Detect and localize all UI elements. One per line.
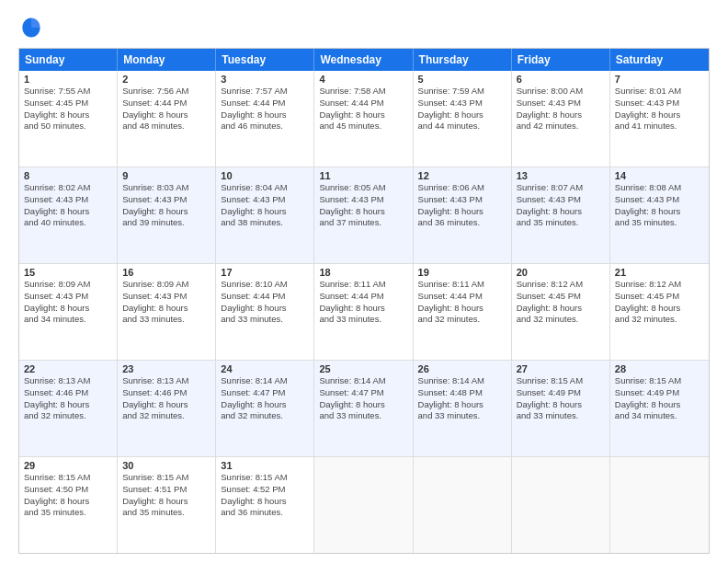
calendar-cell: 10Sunrise: 8:04 AMSunset: 4:43 PMDayligh… — [216, 167, 314, 263]
cell-info-line: Sunrise: 8:06 AM — [418, 182, 506, 194]
day-number: 14 — [615, 170, 704, 181]
cell-info-line: Daylight: 8 hours — [24, 109, 112, 121]
calendar-cell: 30Sunrise: 8:15 AMSunset: 4:51 PMDayligh… — [118, 457, 216, 553]
cell-info-line: Sunset: 4:43 PM — [418, 98, 506, 109]
cell-info-line: Sunrise: 8:15 AM — [615, 375, 704, 387]
day-number: 4 — [319, 74, 407, 85]
calendar: SundayMondayTuesdayWednesdayThursdayFrid… — [18, 48, 710, 554]
calendar-cell: 24Sunrise: 8:14 AMSunset: 4:47 PMDayligh… — [216, 361, 314, 456]
cell-info-line: Sunset: 4:43 PM — [122, 291, 210, 303]
cell-info-line: and 50 minutes. — [24, 121, 112, 132]
cell-info-line: and 32 minutes. — [122, 410, 210, 422]
cell-info-line: Sunset: 4:43 PM — [615, 98, 704, 109]
cell-info-line: Sunrise: 8:08 AM — [615, 182, 704, 194]
cell-info-line: and 33 minutes. — [418, 410, 506, 422]
cell-info-line: and 34 minutes. — [615, 410, 704, 422]
cell-info-line: and 42 minutes. — [517, 121, 605, 132]
cell-info-line: Daylight: 8 hours — [122, 303, 210, 315]
cell-info-line: Sunset: 4:45 PM — [615, 291, 704, 303]
cell-info-line: Sunrise: 8:15 AM — [221, 472, 309, 484]
cell-info-line: Sunrise: 8:11 AM — [418, 279, 506, 291]
cell-info-line: Daylight: 8 hours — [517, 399, 605, 411]
calendar-cell: 20Sunrise: 8:12 AMSunset: 4:45 PMDayligh… — [512, 264, 610, 360]
cell-info-line: Sunset: 4:47 PM — [221, 387, 309, 399]
calendar-cell: 22Sunrise: 8:13 AMSunset: 4:46 PMDayligh… — [19, 361, 118, 456]
day-number: 23 — [122, 363, 210, 374]
day-number: 16 — [122, 267, 210, 278]
cell-info-line: Sunrise: 8:05 AM — [319, 182, 407, 194]
day-number: 6 — [517, 74, 605, 85]
calendar-cell: 21Sunrise: 8:12 AMSunset: 4:45 PMDayligh… — [610, 264, 709, 360]
cell-info-line: Daylight: 8 hours — [221, 303, 309, 315]
day-number: 13 — [517, 170, 605, 181]
calendar-cell: 15Sunrise: 8:09 AMSunset: 4:43 PMDayligh… — [19, 264, 118, 360]
cell-info-line: Daylight: 8 hours — [615, 206, 704, 218]
day-number: 18 — [319, 267, 407, 278]
cell-info-line: and 44 minutes. — [418, 121, 506, 132]
cell-info-line: and 34 minutes. — [24, 314, 112, 326]
cell-info-line: Sunrise: 8:09 AM — [122, 279, 210, 291]
cell-info-line: Sunset: 4:45 PM — [517, 291, 605, 303]
cell-info-line: Sunset: 4:44 PM — [319, 291, 407, 303]
cell-info-line: and 40 minutes. — [24, 217, 112, 229]
cell-info-line: Daylight: 8 hours — [517, 206, 605, 218]
calendar-cell: 27Sunrise: 8:15 AMSunset: 4:49 PMDayligh… — [512, 361, 610, 456]
cell-info-line: Sunset: 4:44 PM — [319, 98, 407, 109]
calendar-row: 1Sunrise: 7:55 AMSunset: 4:45 PMDaylight… — [19, 71, 709, 167]
calendar-row: 15Sunrise: 8:09 AMSunset: 4:43 PMDayligh… — [19, 264, 709, 361]
cell-info-line: Sunset: 4:43 PM — [615, 194, 704, 206]
cell-info-line: Sunrise: 8:15 AM — [24, 472, 112, 484]
header — [18, 15, 710, 40]
day-number: 15 — [24, 267, 112, 278]
day-number: 31 — [221, 460, 309, 471]
day-number: 8 — [24, 170, 112, 181]
cell-info-line: Sunrise: 7:57 AM — [221, 86, 309, 98]
cell-info-line: Sunset: 4:46 PM — [24, 387, 112, 399]
cell-info-line: Sunset: 4:44 PM — [418, 291, 506, 303]
calendar-header: SundayMondayTuesdayWednesdayThursdayFrid… — [19, 49, 709, 71]
cell-info-line: Sunset: 4:43 PM — [517, 194, 605, 206]
day-number: 29 — [24, 460, 112, 471]
cell-info-line: Sunset: 4:43 PM — [418, 194, 506, 206]
calendar-cell: 18Sunrise: 8:11 AMSunset: 4:44 PMDayligh… — [314, 264, 413, 360]
cell-info-line: and 38 minutes. — [221, 217, 309, 229]
calendar-body: 1Sunrise: 7:55 AMSunset: 4:45 PMDaylight… — [19, 71, 709, 553]
day-number: 11 — [319, 170, 407, 181]
cell-info-line: Sunrise: 8:14 AM — [319, 375, 407, 387]
calendar-header-cell: Thursday — [414, 49, 512, 71]
cell-info-line: Sunrise: 8:09 AM — [24, 279, 112, 291]
cell-info-line: Daylight: 8 hours — [615, 303, 704, 315]
cell-info-line: Sunset: 4:43 PM — [24, 291, 112, 303]
cell-info-line: Sunset: 4:44 PM — [221, 291, 309, 303]
calendar-header-cell: Saturday — [610, 49, 709, 71]
cell-info-line: Sunset: 4:44 PM — [122, 98, 210, 109]
cell-info-line: Daylight: 8 hours — [517, 303, 605, 315]
cell-info-line: Sunrise: 8:14 AM — [418, 375, 506, 387]
cell-info-line: Daylight: 8 hours — [418, 399, 506, 411]
cell-info-line: Daylight: 8 hours — [122, 496, 210, 508]
calendar-cell: 9Sunrise: 8:03 AMSunset: 4:43 PMDaylight… — [118, 167, 216, 263]
calendar-cell: 19Sunrise: 8:11 AMSunset: 4:44 PMDayligh… — [414, 264, 512, 360]
cell-info-line: and 35 minutes. — [24, 507, 112, 519]
cell-info-line: Daylight: 8 hours — [24, 206, 112, 218]
cell-info-line: Daylight: 8 hours — [122, 206, 210, 218]
day-number: 21 — [615, 267, 704, 278]
cell-info-line: and 33 minutes. — [221, 314, 309, 326]
cell-info-line: Sunrise: 8:12 AM — [517, 279, 605, 291]
cell-info-line: Sunrise: 8:01 AM — [615, 86, 704, 98]
day-number: 25 — [319, 363, 407, 374]
cell-info-line: Sunrise: 8:11 AM — [319, 279, 407, 291]
cell-info-line: and 32 minutes. — [615, 314, 704, 326]
cell-info-line: and 33 minutes. — [517, 410, 605, 422]
cell-info-line: Sunrise: 8:07 AM — [517, 182, 605, 194]
cell-info-line: and 45 minutes. — [319, 121, 407, 132]
cell-info-line: Sunrise: 7:56 AM — [122, 86, 210, 98]
cell-info-line: Sunrise: 8:10 AM — [221, 279, 309, 291]
cell-info-line: and 36 minutes. — [418, 217, 506, 229]
cell-info-line: Sunrise: 7:55 AM — [24, 86, 112, 98]
calendar-row: 22Sunrise: 8:13 AMSunset: 4:46 PMDayligh… — [19, 361, 709, 457]
day-number: 1 — [24, 74, 112, 85]
logo — [18, 15, 48, 40]
day-number: 19 — [418, 267, 506, 278]
cell-info-line: and 35 minutes. — [615, 217, 704, 229]
